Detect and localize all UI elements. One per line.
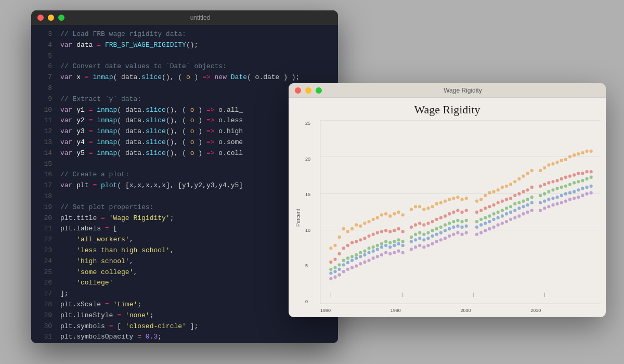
y-tick-10: 10 [305, 228, 310, 233]
svg-point-168 [556, 187, 559, 190]
svg-point-272 [492, 226, 496, 229]
svg-point-165 [543, 192, 546, 196]
svg-point-94 [488, 205, 491, 208]
svg-point-73 [388, 230, 392, 233]
svg-point-147 [456, 219, 459, 222]
svg-point-54 [573, 153, 576, 157]
chart-window: Wage Rigidity Wage Rigidity Percent 0 5 … [289, 83, 606, 317]
svg-point-224 [543, 199, 546, 202]
svg-point-271 [488, 227, 491, 230]
svg-point-13 [384, 212, 387, 215]
svg-point-60 [333, 257, 336, 261]
svg-point-2 [338, 236, 341, 239]
svg-point-10 [372, 218, 375, 221]
svg-point-14 [388, 214, 392, 217]
svg-point-235 [590, 185, 593, 188]
svg-point-173 [577, 180, 580, 183]
editor-titlebar: untitled [31, 10, 338, 25]
svg-point-201 [435, 232, 438, 236]
svg-point-222 [530, 201, 534, 204]
code-line-7: 7 var x = inmap( data.slice(), ( o ) => … [31, 72, 338, 83]
svg-point-70 [376, 231, 379, 234]
svg-point-210 [479, 223, 483, 226]
svg-point-132 [388, 241, 392, 244]
x-tick-2000: 2000 [461, 308, 471, 313]
svg-point-55 [577, 152, 580, 155]
svg-point-85 [444, 214, 447, 217]
close-button[interactable] [37, 15, 44, 21]
svg-point-257 [422, 245, 425, 249]
y-axis-label: Percent [294, 121, 302, 315]
svg-point-29 [456, 196, 459, 199]
svg-point-98 [505, 198, 508, 201]
svg-point-79 [418, 222, 421, 225]
svg-point-63 [346, 244, 349, 247]
minimize-button[interactable] [48, 15, 54, 21]
svg-point-39 [505, 185, 508, 188]
svg-point-51 [560, 159, 563, 162]
svg-point-146 [452, 220, 455, 223]
svg-point-192 [393, 244, 396, 247]
svg-point-116 [586, 170, 589, 173]
svg-point-117 [590, 170, 593, 173]
svg-point-66 [359, 238, 362, 241]
svg-point-7 [359, 224, 362, 227]
y-tick-0: 0 [305, 299, 310, 304]
svg-point-267 [465, 231, 468, 234]
chart-close-button[interactable] [295, 87, 301, 94]
svg-point-227 [556, 196, 559, 199]
svg-point-19 [414, 205, 417, 208]
svg-point-274 [501, 222, 504, 225]
svg-point-237 [333, 276, 336, 279]
svg-point-248 [380, 253, 383, 256]
svg-point-61 [338, 252, 341, 255]
svg-point-56 [581, 151, 584, 154]
svg-point-151 [479, 218, 483, 221]
svg-point-229 [564, 192, 567, 196]
svg-point-84 [439, 216, 443, 219]
svg-point-26 [444, 199, 447, 202]
svg-point-86 [448, 212, 451, 215]
svg-point-134 [397, 238, 400, 241]
svg-point-155 [497, 211, 500, 214]
chart-maximize-button[interactable] [316, 87, 322, 94]
chart-titlebar: Wage Rigidity [289, 83, 606, 98]
svg-point-279 [522, 212, 525, 215]
chart-minimize-button[interactable] [305, 87, 311, 94]
svg-point-77 [410, 226, 413, 229]
svg-point-223 [539, 201, 542, 204]
svg-point-239 [342, 270, 345, 273]
svg-point-195 [410, 240, 413, 243]
svg-point-76 [401, 230, 405, 233]
x-tick-1990: 1990 [391, 308, 401, 313]
svg-point-106 [543, 183, 546, 186]
svg-point-268 [475, 232, 478, 236]
svg-point-264 [452, 232, 455, 236]
svg-point-161 [522, 199, 525, 202]
svg-point-52 [564, 158, 567, 161]
y-tick-25: 25 [305, 121, 310, 126]
svg-point-110 [560, 177, 563, 180]
svg-point-200 [431, 235, 434, 238]
svg-point-130 [380, 242, 383, 245]
svg-point-243 [359, 262, 362, 265]
svg-point-95 [492, 203, 496, 206]
svg-point-245 [368, 259, 371, 262]
svg-point-33 [479, 198, 483, 201]
maximize-button[interactable] [58, 15, 64, 21]
svg-point-189 [380, 245, 383, 249]
svg-point-250 [388, 252, 392, 255]
svg-point-265 [456, 231, 459, 234]
svg-point-289 [568, 198, 571, 201]
svg-point-171 [568, 183, 571, 186]
svg-point-42 [517, 177, 521, 180]
svg-point-31 [465, 197, 468, 200]
svg-point-58 [590, 149, 593, 152]
svg-point-275 [505, 220, 508, 223]
svg-point-43 [522, 174, 525, 177]
svg-point-20 [418, 205, 421, 208]
svg-point-216 [505, 212, 508, 215]
svg-point-140 [426, 231, 430, 234]
svg-point-197 [418, 237, 421, 240]
svg-point-44 [526, 172, 529, 175]
